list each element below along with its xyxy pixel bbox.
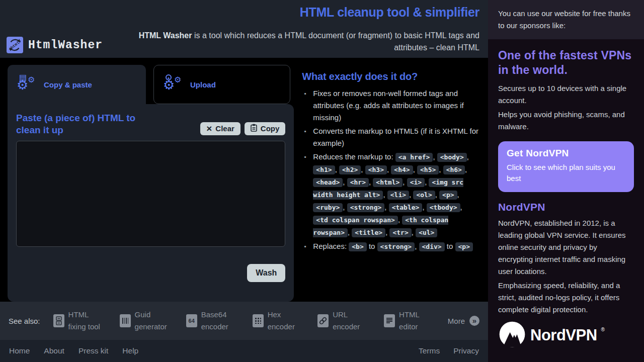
bottom-nav-right: Terms Privacy <box>419 346 479 355</box>
tool-link-label: HTML fixing tool <box>68 309 106 333</box>
tab-upload[interactable]: ▲⚙⚙ Upload <box>153 65 290 104</box>
registered-mark: ® <box>601 327 605 332</box>
code-chip: <p> <box>439 191 457 200</box>
cta-text: Click to see which plan suits you best <box>507 162 625 184</box>
tab-copy-paste-label: Copy & paste <box>44 80 92 89</box>
document-lines-icon <box>384 314 395 327</box>
page-title: HTML cleanup tool & simplifier <box>300 5 479 20</box>
hex-grid-icon <box>253 314 264 327</box>
code-chip: <strong> <box>347 203 385 212</box>
code-chip: <td colspan rowspan> <box>313 216 398 225</box>
barcode-icon <box>120 314 131 327</box>
code-chip: <i> <box>407 178 425 187</box>
paste-panel-header: Paste (a piece of) HTML to clean it up ×… <box>16 112 285 136</box>
code-chip: <html> <box>373 178 403 187</box>
nav-link-about[interactable]: About <box>44 346 64 355</box>
code-chip: <body> <box>437 153 467 162</box>
link-html-editor[interactable]: HTML editor <box>384 309 434 333</box>
main-column: HTML cleanup tool & simplifier HTML Wash… <box>0 0 488 362</box>
info-bullet: Replaces: <b> to <strong>, <div> to <p> <box>302 240 479 253</box>
ad-paragraph: Secures up to 10 devices with a single a… <box>498 82 634 107</box>
nav-link-help[interactable]: Help <box>122 346 138 355</box>
code-chip: <b> <box>349 242 366 251</box>
more-label: More <box>448 317 465 325</box>
cta-heading: Get NordVPN <box>507 148 625 159</box>
wash-row: Wash <box>16 264 285 282</box>
ad-heading: One of the fastest VPNs in the world. <box>498 48 634 77</box>
code-chip: <h3> <box>365 165 387 174</box>
link-guid-generator[interactable]: Guid generator <box>120 309 172 333</box>
more-tools-link[interactable]: More » <box>448 316 479 326</box>
code-chip: <strong> <box>377 242 415 251</box>
nordvpn-ad: One of the fastest VPNs in the world. Se… <box>488 39 644 350</box>
link-html-fixing-tool[interactable]: HTML fixing tool <box>53 309 106 333</box>
get-nordvpn-cta[interactable]: Get NordVPN Click to see which plan suit… <box>498 141 634 192</box>
code-chip: <head> <box>313 178 343 187</box>
code-chip: <tbody> <box>427 203 460 212</box>
tool-column: ▤⚙⚙ Copy & paste ▲⚙⚙ Upload Paste (a pie… <box>8 65 294 302</box>
code-chip: <tr> <box>389 228 411 237</box>
code-chip: <h4> <box>391 165 413 174</box>
paste-panel-heading: Paste (a piece of) HTML to clean it up <box>16 112 157 136</box>
ad-paragraph: Helps you avoid phishing, scams, and mal… <box>498 109 634 133</box>
page-description: HTML Washer is a tool which reduces a HT… <box>127 30 479 54</box>
code-chip: <div> <box>419 242 445 251</box>
tool-link-label: Base64 encoder <box>201 309 238 333</box>
tab-bar: ▤⚙⚙ Copy & paste ▲⚙⚙ Upload <box>8 65 294 104</box>
ad-paragraph: NordVPN, established in 2012, is a leadi… <box>498 217 634 278</box>
info-list: Fixes or removes non-well formed tags an… <box>302 87 488 253</box>
clear-button[interactable]: × Clear <box>200 122 240 135</box>
nav-link-press-kit[interactable]: Press kit <box>78 346 108 355</box>
info-bullet: Fixes or removes non-well formed tags an… <box>302 87 479 124</box>
code-chip: <h6> <box>443 165 465 174</box>
copy-button-label: Copy <box>261 124 280 133</box>
copy-paste-gears-icon: ▤⚙⚙ <box>18 74 37 95</box>
htmlwasher-logo-icon: <html> <box>7 37 23 53</box>
paste-panel-actions: × Clear Copy <box>200 122 285 135</box>
code-chip: <title> <box>352 228 385 237</box>
base64-icon: 64 <box>186 314 197 327</box>
clear-x-icon: × <box>206 125 212 133</box>
code-chip: <ul> <box>416 228 437 237</box>
link-url-encoder[interactable]: URL encoder <box>317 309 370 333</box>
sponsor-sidebar: You can use our website for free thanks … <box>488 0 644 362</box>
info-bullet: Reduces the markup to: <a href>, <body>,… <box>302 151 479 239</box>
ad-subheading: NordVPN <box>498 201 634 213</box>
svg-text:<html>: <html> <box>8 39 22 51</box>
bottom-nav-left: Home About Press kit Help <box>9 346 138 355</box>
html-fix-icon <box>53 314 64 327</box>
nav-link-terms[interactable]: Terms <box>419 346 440 355</box>
site-brand[interactable]: <html> HtmlWasher <box>7 37 103 53</box>
nav-link-home[interactable]: Home <box>9 346 30 355</box>
tab-copy-paste[interactable]: ▤⚙⚙ Copy & paste <box>8 65 146 104</box>
main-content: ▤⚙⚙ Copy & paste ▲⚙⚙ Upload Paste (a pie… <box>0 58 488 302</box>
html-input-textarea[interactable] <box>16 141 285 247</box>
code-chip: <ol> <box>413 191 435 200</box>
code-chip: <table> <box>389 203 423 212</box>
nav-link-privacy[interactable]: Privacy <box>453 346 479 355</box>
sponsor-note: You can use our website for free thanks … <box>488 0 644 39</box>
link-hex-encoder[interactable]: Hex encoder <box>253 309 303 333</box>
info-column: What exactly does it do? Fixes or remove… <box>302 71 488 302</box>
page-description-text: is a tool which reduces a HTML document … <box>192 31 480 52</box>
wash-button[interactable]: Wash <box>247 264 285 282</box>
clear-button-label: Clear <box>215 124 234 133</box>
tool-link-label: Hex encoder <box>268 309 303 333</box>
upload-gears-icon: ▲⚙⚙ <box>164 74 183 95</box>
nordvpn-logo[interactable]: NordVPN ® <box>498 321 634 350</box>
nordvpn-wordmark: NordVPN <box>530 326 597 344</box>
tool-link-label: URL encoder <box>333 309 370 333</box>
paste-panel: Paste (a piece of) HTML to clean it up ×… <box>8 104 294 302</box>
link-chain-icon <box>317 314 329 327</box>
tool-link-label: HTML editor <box>399 309 434 333</box>
code-chip: <h2> <box>339 165 361 174</box>
chevron-double-right-icon: » <box>469 316 479 326</box>
code-chip: <hr> <box>347 178 369 187</box>
info-heading: What exactly does it do? <box>302 71 488 82</box>
nordvpn-mountain-icon <box>498 321 526 350</box>
link-base64-encoder[interactable]: 64 Base64 encoder <box>186 309 238 333</box>
copy-button[interactable]: Copy <box>245 122 286 135</box>
info-bullet: Converts the markup to HTML5 (if it is X… <box>302 125 479 149</box>
tool-link-label: Guid generator <box>135 309 172 333</box>
clipboard-icon <box>251 124 257 133</box>
